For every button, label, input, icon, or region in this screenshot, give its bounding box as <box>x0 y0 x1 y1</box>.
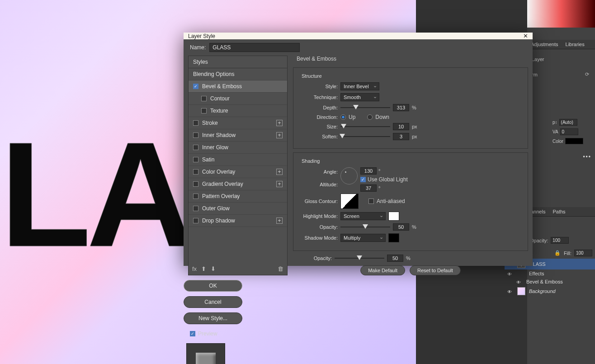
char-auto-value[interactable]: (Auto) <box>559 119 577 126</box>
style-item-inner-glow[interactable]: Inner Glow <box>189 142 287 154</box>
gloss-contour-picker[interactable] <box>340 194 359 209</box>
tab-libraries[interactable]: Libraries <box>562 40 588 49</box>
add-effect-icon[interactable]: + <box>276 181 283 187</box>
dialog-titlebar[interactable]: Layer Style ✕ <box>184 33 533 39</box>
technique-select[interactable]: Smooth <box>340 93 379 101</box>
style-item-pattern-overlay[interactable]: Pattern Overlay <box>189 190 287 203</box>
layer-thumb <box>517 287 525 295</box>
global-light-checkbox[interactable] <box>360 177 366 182</box>
style-item-color-overlay[interactable]: Color Overlay+ <box>189 166 287 178</box>
name-input[interactable] <box>209 43 300 52</box>
effect-checkbox[interactable] <box>193 84 198 89</box>
style-item-bevel-emboss[interactable]: Bevel & Emboss <box>189 80 287 93</box>
preview-checkbox[interactable] <box>190 331 195 336</box>
highlight-opacity-label: Opacity: <box>299 224 338 230</box>
angle-value[interactable] <box>360 167 377 175</box>
layer-background[interactable]: Background <box>505 286 595 297</box>
layers-panel-tabs: annels Paths <box>527 207 595 217</box>
shadow-opacity-value[interactable] <box>387 255 403 262</box>
effect-checkbox[interactable] <box>193 194 198 199</box>
style-select[interactable]: Inner Bevel <box>340 82 379 90</box>
effect-checkbox[interactable] <box>193 157 198 162</box>
highlight-opacity-slider[interactable] <box>340 224 390 230</box>
effect-checkbox[interactable] <box>193 120 198 126</box>
style-item-outer-glow[interactable]: Outer Glow <box>189 203 287 215</box>
effect-checkbox[interactable] <box>193 218 198 223</box>
add-effect-icon[interactable]: + <box>276 132 283 138</box>
direction-down-radio[interactable] <box>367 114 373 120</box>
style-item-inner-shadow[interactable]: Inner Shadow+ <box>189 129 287 142</box>
layer-background-label: Background <box>529 288 556 294</box>
new-style-button[interactable]: New Style... <box>184 312 242 324</box>
tab-paths[interactable]: Paths <box>549 207 569 216</box>
style-item-stroke[interactable]: Stroke+ <box>189 117 287 129</box>
style-item-gradient-overlay[interactable]: Gradient Overlay+ <box>189 178 287 190</box>
layer-fill-row: 🔒 Fill: 100 <box>527 248 595 258</box>
text-color-swatch[interactable] <box>565 138 583 144</box>
angle-dial[interactable] <box>340 167 358 184</box>
structure-group: Structure Style: Inner Bevel Technique: … <box>293 67 528 149</box>
make-default-button[interactable]: Make Default <box>360 265 405 275</box>
effect-checkbox[interactable] <box>193 132 198 138</box>
style-item-contour[interactable]: Contour <box>189 93 287 105</box>
ok-button[interactable]: OK <box>184 280 242 292</box>
right-panel-bg <box>527 0 595 364</box>
add-effect-icon[interactable]: + <box>276 169 283 175</box>
altitude-value[interactable] <box>360 184 377 192</box>
visibility-icon[interactable] <box>507 289 514 293</box>
effect-label: Color Overlay <box>202 169 235 175</box>
shadow-color-swatch[interactable] <box>388 233 399 242</box>
cancel-button[interactable]: Cancel <box>184 296 242 308</box>
lock-icon[interactable]: 🔒 <box>554 250 561 256</box>
layer-refresh-row: rm⟳ <box>527 70 595 79</box>
move-up-icon[interactable]: ⬆ <box>201 265 206 272</box>
styles-list: Styles Blending Options Bevel & EmbossCo… <box>188 56 288 275</box>
fill-value[interactable]: 100 <box>574 250 592 256</box>
effect-checkbox[interactable] <box>193 145 198 150</box>
add-effect-icon[interactable]: + <box>276 217 283 224</box>
anti-aliased-checkbox[interactable] <box>368 199 374 204</box>
effect-checkbox[interactable] <box>201 108 207 113</box>
bevel-emboss-title: Bevel & Emboss <box>297 56 336 62</box>
style-item-texture[interactable]: Texture <box>189 105 287 117</box>
blending-options-item[interactable]: Blending Options <box>189 68 287 80</box>
shading-group: Shading Angle: ° Use Global Light <box>293 152 528 251</box>
move-down-icon[interactable]: ⬇ <box>211 265 216 272</box>
styles-header[interactable]: Styles <box>189 56 287 68</box>
fx-icon[interactable]: fx <box>192 265 197 272</box>
effect-checkbox[interactable] <box>193 169 198 175</box>
size-slider[interactable] <box>340 123 390 130</box>
effect-checkbox[interactable] <box>193 181 198 187</box>
depth-slider[interactable] <box>340 104 390 111</box>
effect-label: Stroke <box>202 120 218 126</box>
char-metric-icon: p↕ <box>552 120 557 125</box>
effect-label: Contour <box>210 95 230 102</box>
style-item-drop-shadow[interactable]: Drop Shadow+ <box>189 215 287 227</box>
va-value[interactable]: 0 <box>560 128 578 135</box>
panel-menu-icon[interactable]: ••• <box>583 154 591 160</box>
canvas-text: LA <box>0 109 190 280</box>
refresh-icon[interactable]: ⟳ <box>583 71 590 77</box>
shadow-mode-select[interactable]: Multiply <box>340 234 386 242</box>
soften-slider[interactable] <box>340 133 390 140</box>
effect-checkbox[interactable] <box>193 206 198 211</box>
highlight-mode-select[interactable]: Screen <box>340 212 386 220</box>
close-icon[interactable]: ✕ <box>523 33 528 39</box>
trash-icon[interactable]: 🗑 <box>278 265 283 272</box>
soften-value[interactable] <box>393 133 409 140</box>
reset-default-button[interactable]: Reset to Default <box>410 265 461 275</box>
style-item-satin[interactable]: Satin <box>189 154 287 166</box>
highlight-mode-label: Highlight Mode: <box>299 213 338 219</box>
highlight-opacity-value[interactable] <box>393 223 409 231</box>
depth-value[interactable] <box>393 104 409 111</box>
add-effect-icon[interactable]: + <box>276 120 283 126</box>
effect-checkbox[interactable] <box>201 96 207 101</box>
direction-up-label: Up <box>349 114 355 120</box>
highlight-color-swatch[interactable] <box>388 212 399 221</box>
direction-up-radio[interactable] <box>340 114 346 120</box>
size-value[interactable] <box>393 123 409 130</box>
styles-footer: fx ⬆ ⬇ 🗑 <box>189 263 287 275</box>
opacity-value[interactable]: 100 <box>551 237 569 244</box>
shadow-opacity-slider[interactable] <box>335 255 384 261</box>
visibility-icon[interactable] <box>516 279 523 284</box>
